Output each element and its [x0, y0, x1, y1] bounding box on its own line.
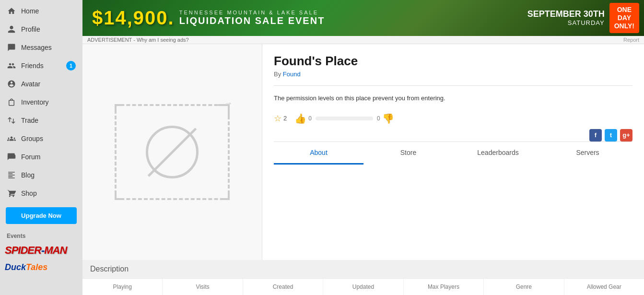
sidebar-item-label: Avatar: [21, 80, 76, 88]
sidebar: Home Profile Messages Friends 1 Avatar I…: [0, 0, 82, 295]
tabs-bar: About Store Leaderboards Servers: [274, 142, 632, 165]
googleplus-share-button[interactable]: g+: [620, 129, 632, 142]
description-label: Description: [90, 265, 129, 273]
corner-bl: [115, 191, 123, 200]
friends-badge: 1: [66, 61, 76, 71]
groups-icon: [7, 134, 16, 143]
ad-report-link[interactable]: Report: [623, 37, 639, 43]
events-label: Events: [0, 229, 82, 241]
stat-max-players: Max Players: [404, 279, 484, 295]
author-link[interactable]: Found: [283, 71, 301, 78]
one-day-badge: ONE DAY ONLY!: [609, 3, 639, 33]
sidebar-item-label: Friends: [21, 62, 61, 70]
sidebar-item-friends[interactable]: Friends 1: [0, 57, 82, 75]
thumbs-up-count: 0: [308, 115, 312, 122]
sidebar-item-label: Trade: [21, 117, 76, 124]
thumbs-up-button[interactable]: 👍: [294, 113, 306, 124]
content-area: Found's Place By Found The permission le…: [82, 44, 644, 260]
thumbs-down-button[interactable]: 👎: [382, 113, 394, 124]
ad-right: SEPTEMBER 30TH SATURDAY ONE DAY ONLY!: [527, 3, 644, 33]
home-icon: [7, 6, 16, 16]
ad-line1: TENNESSEE MOUNTAIN & LAKE SALE: [179, 10, 325, 15]
ad-date-block: SEPTEMBER 30TH SATURDAY: [527, 9, 605, 26]
twitter-share-button[interactable]: t: [605, 129, 617, 142]
sidebar-item-forum[interactable]: Forum: [0, 148, 82, 166]
ad-date: SEPTEMBER 30TH: [527, 9, 605, 19]
social-row: f t g+: [274, 129, 632, 142]
star-icon: ☆: [274, 113, 281, 124]
message-icon: [7, 43, 16, 52]
place-title: Found's Place: [274, 54, 632, 69]
main-content: $14,900. TENNESSEE MOUNTAIN & LAKE SALE …: [82, 0, 644, 295]
spiderman-event[interactable]: SPIDER-MAN: [0, 241, 82, 260]
trade-icon: [7, 116, 16, 125]
thumbs-down-count: 0: [377, 115, 380, 122]
description-section: Description: [82, 260, 644, 278]
stats-row: Playing Visits Created Updated Max Playe…: [82, 278, 644, 295]
place-image-area: [82, 44, 262, 260]
facebook-share-button[interactable]: f: [589, 129, 602, 142]
bag-icon: [7, 97, 16, 107]
sidebar-item-label: Groups: [21, 135, 76, 142]
stat-playing: Playing: [82, 279, 163, 295]
ad-footer-text: ADVERTISEMENT - Why am I seeing ads?: [87, 37, 189, 43]
tab-servers[interactable]: Servers: [543, 142, 632, 165]
sidebar-item-label: Messages: [21, 44, 76, 51]
rating-row: ☆ 2 👍 0 0 👎: [274, 113, 632, 124]
stat-allowed-gear: Allowed Gear: [564, 279, 644, 295]
place-author: By Found: [274, 71, 632, 78]
ad-text-block: TENNESSEE MOUNTAIN & LAKE SALE LIQUIDATI…: [179, 10, 325, 26]
stat-visits: Visits: [163, 279, 243, 295]
tab-leaderboards[interactable]: Leaderboards: [453, 142, 543, 165]
thumbs-row: 👍 0 0 👎: [294, 113, 394, 124]
ad-price: $14,900.: [82, 7, 175, 29]
stat-created: Created: [243, 279, 323, 295]
sidebar-item-trade[interactable]: Trade: [0, 111, 82, 130]
tab-about[interactable]: About: [274, 142, 363, 165]
sidebar-item-blog[interactable]: Blog: [0, 166, 82, 184]
sidebar-item-home[interactable]: Home: [0, 2, 82, 20]
sidebar-item-label: Profile: [21, 25, 76, 33]
corner-tr: [218, 104, 230, 116]
permission-notice: The permission levels on this place prev…: [274, 85, 632, 103]
sidebar-item-label: Home: [21, 7, 76, 15]
blog-icon: [7, 170, 16, 180]
sidebar-item-label: Shop: [21, 189, 76, 197]
corner-br: [221, 191, 230, 200]
stat-genre: Genre: [484, 279, 564, 295]
thumb-bar: [316, 117, 373, 120]
star-rating[interactable]: ☆ 2: [274, 113, 287, 124]
info-panel: Found's Place By Found The permission le…: [262, 44, 644, 260]
no-image-placeholder: [115, 104, 230, 200]
sidebar-item-inventory[interactable]: Inventory: [0, 93, 82, 111]
corner-tl: [115, 104, 123, 113]
upgrade-now-button[interactable]: Upgrade Now: [6, 207, 77, 224]
ad-banner: $14,900. TENNESSEE MOUNTAIN & LAKE SALE …: [82, 0, 644, 36]
sidebar-item-label: Blog: [21, 171, 76, 179]
tab-store[interactable]: Store: [363, 142, 453, 165]
no-image-line: [148, 128, 197, 177]
sidebar-item-groups[interactable]: Groups: [0, 130, 82, 148]
sidebar-item-label: Inventory: [21, 98, 76, 106]
ad-day: SATURDAY: [527, 19, 605, 26]
star-count: 2: [283, 115, 287, 122]
shop-icon: [7, 189, 16, 198]
stat-updated: Updated: [323, 279, 403, 295]
no-image-circle: [146, 126, 199, 178]
sidebar-item-label: Forum: [21, 153, 76, 161]
ad-footer: ADVERTISEMENT - Why am I seeing ads? Rep…: [82, 36, 644, 44]
person-icon: [7, 24, 16, 34]
ducktales-event[interactable]: DuckTales: [0, 260, 82, 275]
sidebar-item-shop[interactable]: Shop: [0, 184, 82, 202]
ad-line2: LIQUIDATION SALE EVENT: [179, 15, 325, 26]
sidebar-item-avatar[interactable]: Avatar: [0, 75, 82, 93]
forum-icon: [7, 152, 16, 162]
friends-icon: [7, 61, 16, 71]
sidebar-item-profile[interactable]: Profile: [0, 20, 82, 38]
sidebar-item-messages[interactable]: Messages: [0, 38, 82, 57]
avatar-icon: [7, 79, 16, 89]
